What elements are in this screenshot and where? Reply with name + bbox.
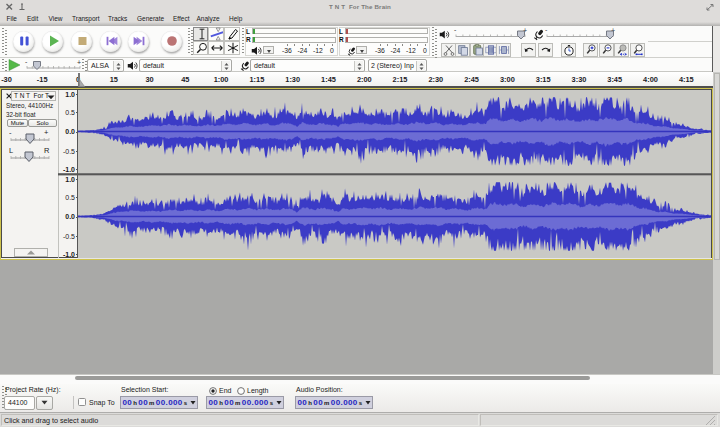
svg-text:L: L <box>9 147 13 155</box>
svg-text:+: + <box>44 129 49 137</box>
svg-text:-: - <box>9 129 12 137</box>
svg-text:R: R <box>44 147 50 155</box>
